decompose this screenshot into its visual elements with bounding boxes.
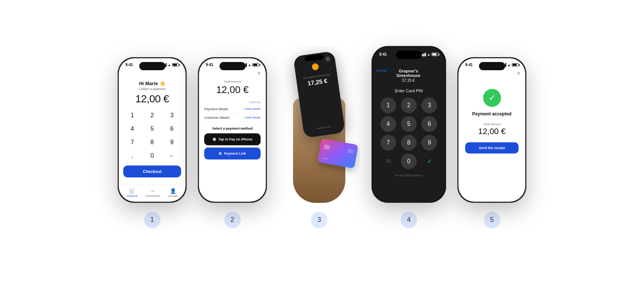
step-3-column: × Pay Grapner's Greenhouse 17,25 € Hold … xyxy=(278,46,360,228)
key-3[interactable]: 3 xyxy=(163,109,181,121)
wifi-1: ▲ xyxy=(168,63,171,67)
key-1[interactable]: 1 xyxy=(123,109,141,121)
optional-label: (Optional) xyxy=(204,101,261,103)
step-4-circle: 4 xyxy=(401,212,417,228)
select-method-label: Select a payment method xyxy=(204,127,261,130)
pin-header: Cancel Grapner's Greenhouse 57,25 € xyxy=(376,69,441,83)
checkout-button[interactable]: Checkout xyxy=(123,165,181,177)
phone-1-screen: 9:41 ▲ Hi Marie 👋 xyxy=(119,58,186,202)
phone-1: 9:41 ▲ Hi Marie 👋 xyxy=(118,57,187,203)
payment-details-row: Payment details + Add details xyxy=(204,105,261,114)
transactions-icon: ↔ xyxy=(150,188,156,194)
time-4: 9:41 xyxy=(379,52,387,56)
key-4[interactable]: 4 xyxy=(123,123,141,135)
payment-link-button[interactable]: ⊞ Payment Link xyxy=(204,148,261,159)
screen5-content: ✓ Payment accepted Total amount 12,00 € … xyxy=(458,69,525,158)
checkout-icon: 🛒 xyxy=(129,188,135,194)
collect-label: Collect a payment xyxy=(119,87,186,91)
phone-1-notch xyxy=(139,62,165,70)
time-1: 9:41 xyxy=(125,63,133,67)
step-1-column: 9:41 ▲ Hi Marie 👋 xyxy=(118,57,187,228)
pin-key-4[interactable]: 4 xyxy=(380,116,396,132)
main-container: 9:41 ▲ Hi Marie 👋 xyxy=(0,35,644,251)
step-5-column: 9:41 ▲ × ✓ Payment ac xyxy=(457,57,526,228)
wifi-2: ▲ xyxy=(248,63,251,67)
pin-key-8[interactable]: 8 xyxy=(401,135,417,151)
pin-key-backspace[interactable]: ⌫ xyxy=(380,154,396,169)
greeting-area: Hi Marie 👋 Collect a payment xyxy=(119,81,186,91)
close-button-5[interactable]: × xyxy=(517,70,520,76)
merchant-name: Grapner's Greenhouse xyxy=(387,69,430,78)
close-button-2[interactable]: × xyxy=(258,70,261,76)
add-payment-details[interactable]: + Add details xyxy=(243,107,261,111)
phone-4-screen: 9:41 ▲ Cancel xyxy=(373,47,445,202)
pin-keypad: 1 2 3 4 5 6 7 8 9 ⌫ 0 ✓ xyxy=(376,97,441,169)
screen1-content: Hi Marie 👋 Collect a payment 12,00 € 1 2… xyxy=(119,69,186,177)
hand-phone-close: × xyxy=(325,56,331,62)
pin-key-2[interactable]: 2 xyxy=(401,97,417,113)
pin-key-9[interactable]: 9 xyxy=(421,135,437,151)
pin-amount: 57,25 € xyxy=(387,78,430,83)
customer-details-label: Customer details xyxy=(204,116,230,120)
pin-key-6[interactable]: 6 xyxy=(421,116,437,132)
nav-checkout[interactable]: 🛒 Checkout xyxy=(127,188,138,197)
hand-phone-amount: 17,25 € xyxy=(307,77,328,87)
pin-key-3[interactable]: 3 xyxy=(421,97,437,113)
pin-key-0[interactable]: 0 xyxy=(401,154,417,169)
total-label-5: Total amount xyxy=(464,123,520,126)
accessibility-options[interactable]: Accessibility Options xyxy=(376,174,441,177)
pin-key-5[interactable]: 5 xyxy=(401,116,417,132)
step-4-column: 9:41 ▲ Cancel xyxy=(371,46,446,228)
add-customer-details[interactable]: + Add details xyxy=(243,116,261,119)
nav-account[interactable]: 👤 Account xyxy=(168,188,178,197)
phone-5: 9:41 ▲ × ✓ Payment ac xyxy=(457,57,526,203)
key-5[interactable]: 5 xyxy=(143,123,161,135)
phone-4: 9:41 ▲ Cancel xyxy=(371,46,446,203)
keypad-1: 1 2 3 4 5 6 7 8 9 , 0 ← xyxy=(119,109,186,162)
pin-key-7[interactable]: 7 xyxy=(380,135,396,151)
success-icon: ✓ xyxy=(483,89,501,107)
step-2-column: 9:41 ▲ × Total amount xyxy=(198,57,267,228)
qr-icon: ⊞ xyxy=(219,152,222,155)
total-section-5: Total amount 12,00 € xyxy=(464,123,520,136)
step-1-circle: 1 xyxy=(144,212,161,228)
account-icon: 👤 xyxy=(170,188,176,194)
card-number: 1234 xyxy=(322,157,329,160)
card-chip xyxy=(324,144,330,150)
pin-content: Cancel Grapner's Greenhouse 57,25 € Ente… xyxy=(373,58,445,177)
send-receipt-button[interactable]: Send the receipt xyxy=(465,142,519,154)
pin-merchant-info: Grapner's Greenhouse 57,25 € xyxy=(387,69,430,83)
step-3-circle: 3 xyxy=(311,212,327,228)
final-amount: 12,00 € xyxy=(464,127,520,136)
key-0[interactable]: 0 xyxy=(143,150,161,162)
tap-icon: ⊕ xyxy=(212,137,216,142)
amount-display-1: 12,00 € xyxy=(119,93,186,105)
pin-key-1[interactable]: 1 xyxy=(380,97,396,113)
battery-2 xyxy=(252,63,259,66)
amount-2: 12,00 € xyxy=(204,84,261,96)
step-5-circle: 5 xyxy=(484,212,500,228)
phone-2-notch xyxy=(220,62,246,70)
hand-phone-notch xyxy=(304,54,323,62)
phone-5-notch xyxy=(479,62,505,70)
key-backspace[interactable]: ← xyxy=(163,150,181,162)
key-6[interactable]: 6 xyxy=(163,123,181,135)
pin-key-confirm[interactable]: ✓ xyxy=(421,154,437,169)
nfc-icon: )))) xyxy=(347,148,354,154)
key-9[interactable]: 9 xyxy=(163,136,181,148)
enter-pin-label: Enter Card PIN xyxy=(376,89,441,93)
key-comma[interactable]: , xyxy=(123,150,141,162)
tap-to-pay-button[interactable]: ⊕ Tap to Pay on iPhone xyxy=(204,133,261,145)
key-8[interactable]: 8 xyxy=(143,136,161,148)
nav-transactions[interactable]: ↔ Transactions xyxy=(146,188,161,197)
battery-1 xyxy=(172,63,179,66)
bottom-nav: 🛒 Checkout ↔ Transactions 👤 Account xyxy=(119,185,186,199)
wifi-5: ▲ xyxy=(507,63,511,67)
payment-details-label: Payment details xyxy=(204,107,228,111)
key-7[interactable]: 7 xyxy=(123,136,141,148)
key-2[interactable]: 2 xyxy=(143,109,161,121)
total-label-2: Total amount xyxy=(204,80,261,83)
phone-2: 9:41 ▲ × Total amount xyxy=(198,57,267,203)
hand-phone-hold: Hold Here to Pay xyxy=(317,125,331,129)
pin-cancel-button[interactable]: Cancel xyxy=(376,69,387,72)
